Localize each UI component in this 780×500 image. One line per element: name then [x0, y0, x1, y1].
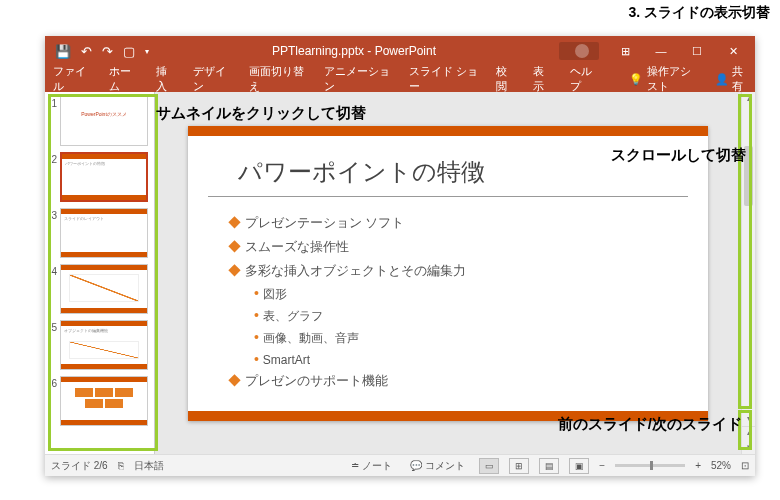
- avatar-icon: [575, 44, 589, 58]
- annotation-prevnext: 前のスライド/次のスライド: [558, 415, 742, 434]
- ribbon-options-icon[interactable]: ⊞: [607, 36, 643, 66]
- thumbnail-5[interactable]: 5 オブジェクトの編集機能: [47, 320, 152, 370]
- titlebar: 💾 ↶ ↷ ▢ ▾ PPTlearning.pptx - PowerPoint …: [45, 36, 755, 66]
- scroll-down-icon[interactable]: ▾: [742, 412, 755, 426]
- scroll-up-icon[interactable]: ▴: [742, 92, 755, 106]
- zoom-out-button[interactable]: −: [599, 460, 605, 471]
- sub-bullet: 表、グラフ: [228, 305, 668, 327]
- page-header: 3. スライドの表示切替: [628, 4, 770, 22]
- sub-bullet: SmartArt: [228, 349, 668, 369]
- slide-canvas[interactable]: パワーポイントの特徴 プレゼンテーション ソフト スムーズな操作性 多彩な挿入オ…: [188, 126, 708, 421]
- lightbulb-icon: 💡: [629, 73, 643, 86]
- bullet: 多彩な挿入オブジェクトとその編集力: [228, 259, 668, 283]
- view-sorter-icon[interactable]: ⊞: [509, 458, 529, 474]
- annotation-scroll: スクロールして切替: [611, 146, 746, 165]
- slide-top-accent: [188, 126, 708, 136]
- slide-counter[interactable]: スライド 2/6: [51, 459, 108, 473]
- bullet: プレゼンのサポート機能: [228, 369, 668, 393]
- close-button[interactable]: ✕: [715, 36, 751, 66]
- start-slideshow-icon[interactable]: ▢: [123, 44, 135, 59]
- maximize-button[interactable]: ☐: [679, 36, 715, 66]
- minimize-button[interactable]: —: [643, 36, 679, 66]
- user-account[interactable]: [559, 42, 599, 60]
- view-normal-icon[interactable]: ▭: [479, 458, 499, 474]
- undo-icon[interactable]: ↶: [81, 44, 92, 59]
- zoom-in-button[interactable]: +: [695, 460, 701, 471]
- bullet: スムーズな操作性: [228, 235, 668, 259]
- spellcheck-icon[interactable]: ⎘: [118, 460, 124, 471]
- slide-body[interactable]: プレゼンテーション ソフト スムーズな操作性 多彩な挿入オブジェクトとその編集力…: [188, 197, 708, 407]
- slide-title[interactable]: パワーポイントの特徴: [208, 136, 688, 197]
- statusbar: スライド 2/6 ⎘ 日本語 ≐ ノート 💬 コメント ▭ ⊞ ▤ ▣ − + …: [45, 454, 755, 476]
- notes-button[interactable]: ≐ ノート: [347, 459, 396, 473]
- thumbnail-3[interactable]: 3 スライドのレイアウト: [47, 208, 152, 258]
- thumbnail-panel[interactable]: 1 PowerPointのススメ 2 パワーポイントの特徴 3 スライドのレイア…: [45, 92, 155, 454]
- fit-window-icon[interactable]: ⊡: [741, 460, 749, 471]
- prev-slide-button[interactable]: ▴: [742, 427, 755, 441]
- view-slideshow-icon[interactable]: ▣: [569, 458, 589, 474]
- bullet: プレゼンテーション ソフト: [228, 211, 668, 235]
- sub-bullet: 画像、動画、音声: [228, 327, 668, 349]
- thumbnail-6[interactable]: 6: [47, 376, 152, 426]
- share-button[interactable]: 👤共有: [715, 64, 749, 94]
- next-slide-button[interactable]: ▾: [742, 441, 755, 454]
- ribbon-tabs: ファイル ホーム 挿入 デザイン 画面切り替え アニメーション スライド ショー…: [45, 66, 755, 92]
- thumbnail-1[interactable]: 1 PowerPointのススメ: [47, 96, 152, 146]
- redo-icon[interactable]: ↷: [102, 44, 113, 59]
- share-icon: 👤: [715, 73, 729, 86]
- annotation-thumb-click: サムネイルをクリックして切替: [156, 104, 366, 123]
- save-icon[interactable]: 💾: [55, 44, 71, 59]
- window-title: PPTlearning.pptx - PowerPoint: [149, 44, 559, 58]
- app-window: 💾 ↶ ↷ ▢ ▾ PPTlearning.pptx - PowerPoint …: [45, 36, 755, 476]
- tell-me[interactable]: 💡操作アシスト: [629, 64, 702, 94]
- language-status[interactable]: 日本語: [134, 459, 164, 473]
- thumbnail-4[interactable]: 4: [47, 264, 152, 314]
- comments-button[interactable]: 💬 コメント: [406, 459, 469, 473]
- thumbnail-2[interactable]: 2 パワーポイントの特徴: [47, 152, 152, 202]
- zoom-slider[interactable]: [615, 464, 685, 467]
- sub-bullet: 図形: [228, 283, 668, 305]
- view-reading-icon[interactable]: ▤: [539, 458, 559, 474]
- zoom-level[interactable]: 52%: [711, 460, 731, 471]
